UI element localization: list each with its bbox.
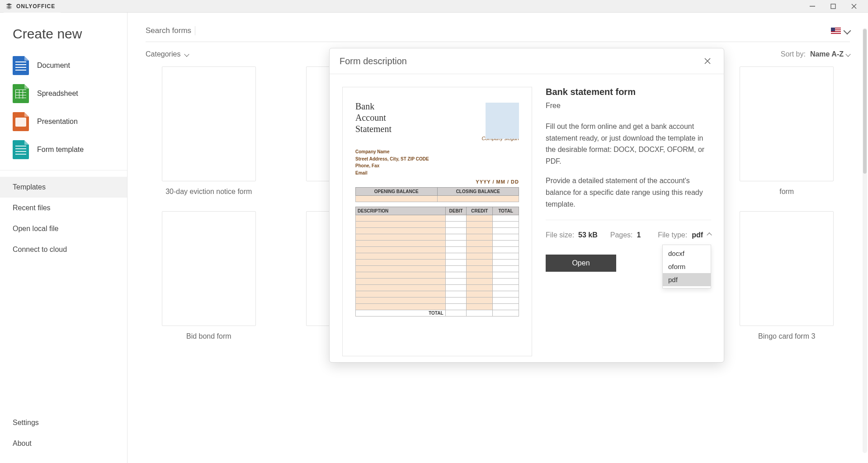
file-type-label: File type: xyxy=(658,231,687,239)
sort-label: Sort by: xyxy=(781,50,806,58)
create-label: Document xyxy=(37,61,70,70)
logo-icon xyxy=(5,3,13,10)
create-presentation[interactable]: Presentation xyxy=(0,108,127,136)
template-label: Bingo card form 3 xyxy=(758,332,815,340)
sidebar-link-recent[interactable]: Recent files xyxy=(0,198,127,218)
divider xyxy=(0,170,127,170)
pages-value: 1 xyxy=(637,231,641,239)
create-label: Presentation xyxy=(37,118,78,126)
document-title: Bank statement form xyxy=(546,87,711,97)
title-bar: ONLYOFFICE xyxy=(0,0,868,13)
template-card[interactable]: Bid bond form xyxy=(146,211,272,340)
create-form-template[interactable]: Form template xyxy=(0,136,127,164)
create-label: Spreadsheet xyxy=(37,90,78,98)
minimize-button[interactable] xyxy=(802,0,823,13)
maximize-button[interactable] xyxy=(823,0,844,13)
file-type-option-oform[interactable]: oform xyxy=(663,260,711,273)
preview-balance-table: OPENING BALANCECLOSING BALANCE xyxy=(355,187,519,202)
app-name: ONLYOFFICE xyxy=(16,3,55,9)
sidebar-link-templates[interactable]: Templates xyxy=(0,177,127,198)
modal-header: Form description xyxy=(330,48,724,74)
template-label: 30-day eviction notice form xyxy=(165,188,252,196)
template-thumb xyxy=(162,66,256,181)
modal-info: Bank statement form Free Fill out the fo… xyxy=(546,87,711,356)
file-type-option-pdf[interactable]: pdf xyxy=(663,273,711,286)
file-type-value: pdf xyxy=(692,231,703,239)
template-thumb xyxy=(740,66,834,181)
preview-logo-placeholder xyxy=(486,103,519,139)
chevron-up-icon xyxy=(707,232,712,237)
file-type-menu: docxf oform pdf xyxy=(662,245,711,288)
form-template-icon xyxy=(13,140,29,159)
modal-title: Form description xyxy=(340,56,407,66)
document-price: Free xyxy=(546,102,711,110)
sort-dropdown[interactable]: Name A-Z xyxy=(810,50,850,58)
chevron-down-icon xyxy=(184,52,189,57)
categories-label: Categories xyxy=(146,50,180,58)
sidebar-link-settings[interactable]: Settings xyxy=(0,412,127,433)
template-card[interactable]: form xyxy=(723,66,850,196)
template-label: form xyxy=(779,188,794,196)
sidebar-link-open-local[interactable]: Open local file xyxy=(0,218,127,239)
scrollbar-thumb[interactable] xyxy=(863,29,867,174)
categories-dropdown[interactable]: Categories xyxy=(146,50,189,58)
divider xyxy=(546,220,711,220)
template-thumb xyxy=(740,211,834,326)
document-description-1: Fill out the form online and get a bank … xyxy=(546,121,711,167)
svg-rect-0 xyxy=(810,6,815,7)
flag-us-icon xyxy=(831,28,841,34)
create-label: Form template xyxy=(37,146,84,154)
pages-label: Pages: xyxy=(610,231,633,239)
template-card[interactable]: 30-day eviction notice form xyxy=(146,66,272,196)
preview-date-format: YYYY / MM / DD xyxy=(355,179,519,184)
modal-close-button[interactable] xyxy=(701,55,714,67)
toolbar: Search forms xyxy=(146,26,850,42)
svg-rect-1 xyxy=(831,4,835,9)
window-controls xyxy=(802,0,864,13)
sidebar-link-connect-cloud[interactable]: Connect to cloud xyxy=(0,239,127,260)
preview-company-info: Company Name Street Address, City, ST ZI… xyxy=(355,148,519,176)
file-type-option-docxf[interactable]: docxf xyxy=(663,247,711,260)
presentation-icon xyxy=(13,112,29,131)
file-type-dropdown[interactable]: File type: pdf xyxy=(658,231,711,239)
document-meta: File size: 53 kB Pages: 1 File type: pdf… xyxy=(546,231,711,239)
document-description-2: Provide a detailed statement of the acco… xyxy=(546,175,711,210)
app-logo: ONLYOFFICE xyxy=(4,0,61,13)
template-card[interactable]: Bingo card form 3 xyxy=(723,211,850,340)
template-thumb xyxy=(162,211,256,326)
scrollbar[interactable] xyxy=(863,28,867,453)
sidebar-link-about[interactable]: About xyxy=(0,433,127,454)
chevron-down-icon xyxy=(844,27,851,35)
form-description-modal: Form description Bank Account Statement … xyxy=(329,48,724,363)
sidebar: Create new Document Spreadsheet Presenta… xyxy=(0,13,127,463)
language-selector[interactable] xyxy=(831,28,850,34)
document-icon xyxy=(13,56,29,75)
sort-value: Name A-Z xyxy=(810,50,844,58)
main-area: Search forms Categories Sort by: Name A-… xyxy=(127,13,868,463)
close-window-button[interactable] xyxy=(844,0,864,13)
spreadsheet-icon xyxy=(13,84,29,103)
chevron-down-icon xyxy=(845,52,850,57)
file-size-value: 53 kB xyxy=(578,231,598,239)
preview-transactions-table: DESCRIPTION DEBIT CREDIT TOTAL xyxy=(355,207,519,317)
search-forms-label[interactable]: Search forms xyxy=(146,26,195,35)
file-size-label: File size: xyxy=(546,231,574,239)
create-spreadsheet[interactable]: Spreadsheet xyxy=(0,80,127,108)
create-document[interactable]: Document xyxy=(0,52,127,80)
template-label: Bid bond form xyxy=(186,332,231,340)
sidebar-title: Create new xyxy=(0,20,127,52)
open-button[interactable]: Open xyxy=(546,255,616,272)
document-preview: Bank Account Statement Company slogan Co… xyxy=(342,87,532,356)
